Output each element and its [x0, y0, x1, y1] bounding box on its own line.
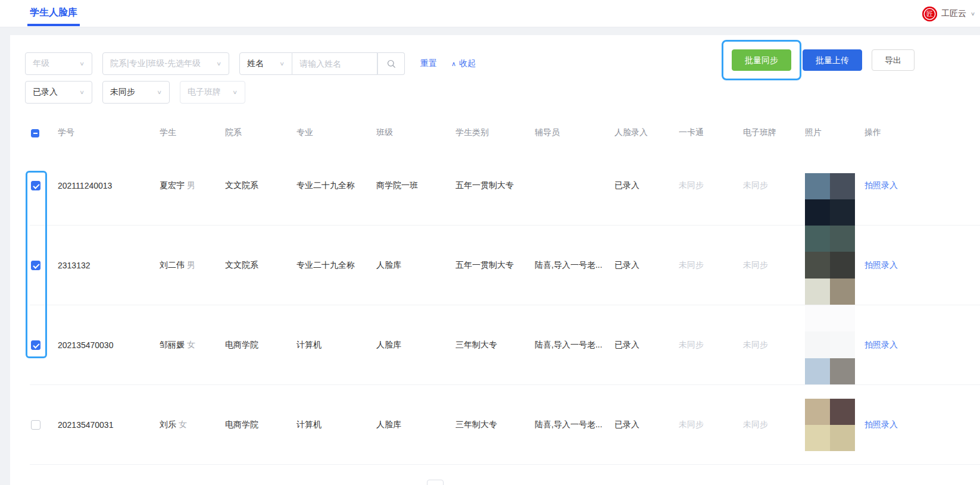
department-select-placeholder: 院系|专业|班级-先选年级 [110, 58, 201, 69]
photo-capture-link[interactable]: 拍照录入 [864, 420, 898, 429]
onecard-status: 未同步 [679, 420, 743, 430]
sync-status-select[interactable]: 未同步 ∨ [102, 81, 170, 104]
student-class: 人脸库 [376, 340, 455, 351]
eclass-board-select[interactable]: 电子班牌 ∨ [180, 81, 245, 104]
grade-select[interactable]: 年级 ∨ [25, 52, 92, 75]
batch-upload-button[interactable]: 批量上传 [803, 49, 862, 71]
sync-status-value: 未同步 [110, 87, 135, 98]
select-all-checkbox[interactable] [31, 129, 39, 137]
tab-active-underline [27, 24, 80, 26]
chevron-down-icon: ∨ [232, 89, 238, 96]
tab-label: 学生人脸库 [30, 7, 77, 17]
table-row: 202135470031 刘乐女 电商学院 计算机 人脸库 三年制大专 陆喜,导… [30, 385, 980, 465]
chevron-down-icon: ∨ [79, 61, 85, 67]
eclass-board-status: 未同步 [743, 340, 805, 351]
student-gender: 男 [187, 180, 195, 190]
tab-student-face-library[interactable]: 学生人脸库 [27, 0, 80, 27]
pagination-fragment[interactable] [427, 480, 444, 485]
col-header-class: 班级 [376, 127, 455, 138]
student-name-cell: 邹丽媛女 [160, 340, 225, 351]
department-select[interactable]: 院系|专业|班级-先选年级 ∨ [102, 52, 229, 75]
export-button[interactable]: 导出 [872, 49, 915, 71]
batch-sync-button[interactable]: 批量同步 [732, 49, 791, 71]
col-header-student-type: 学生类别 [455, 127, 535, 138]
eclass-board-status: 未同步 [743, 260, 805, 271]
student-table: 学号 学生 院系 专业 班级 学生类别 辅导员 人脸录入 一卡通 电子班牌 照片… [30, 119, 980, 465]
photo-capture-link[interactable]: 拍照录入 [864, 340, 898, 349]
table-row: 202135470030 邹丽媛女 电商学院 计算机 人脸库 三年制大专 陆喜,… [30, 305, 980, 385]
student-major: 计算机 [297, 340, 376, 351]
grade-select-placeholder: 年级 [33, 58, 49, 69]
student-dept: 电商学院 [225, 340, 297, 351]
photo-capture-link[interactable]: 拍照录入 [864, 260, 898, 270]
student-name-cell: 刘乐女 [160, 420, 225, 430]
student-name-cell: 夏宏宇男 [160, 180, 225, 191]
face-entry-status: 已录入 [614, 180, 679, 191]
chevron-down-icon: ∨ [216, 61, 221, 67]
onecard-status: 未同步 [679, 340, 743, 351]
brand-logo-icon: 匠 [922, 7, 937, 21]
col-header-student-id: 学号 [58, 127, 160, 138]
toolbar: 批量同步 批量上传 导出 [722, 40, 915, 80]
chevron-down-icon: ∨ [279, 61, 285, 67]
student-photo[interactable] [805, 173, 855, 226]
student-id: 202135470031 [58, 420, 160, 430]
col-header-student: 学生 [160, 127, 225, 138]
onecard-status: 未同步 [679, 260, 743, 271]
chevron-down-icon: ∨ [157, 89, 162, 96]
face-entry-status: 已录入 [614, 340, 679, 351]
onecard-status: 未同步 [679, 180, 743, 191]
student-type: 三年制大专 [455, 420, 535, 430]
student-major: 专业二十九全称 [297, 260, 376, 271]
student-major: 计算机 [297, 420, 376, 430]
chevron-down-icon: ∨ [970, 11, 975, 17]
face-entry-status-select[interactable]: 已录入 ∨ [25, 81, 92, 104]
search-icon [387, 60, 396, 68]
student-class: 人脸库 [376, 260, 455, 271]
student-id: 202111240013 [58, 181, 160, 190]
student-counselor: 陆喜,导入一号老... [535, 260, 614, 271]
student-class: 人脸库 [376, 420, 455, 430]
student-type: 三年制大专 [455, 340, 535, 351]
student-counselor: 陆喜,导入一号老... [535, 340, 614, 351]
user-name: 工匠云 [941, 8, 966, 19]
student-name-cell: 刘二伟男 [160, 260, 225, 271]
student-dept: 文文院系 [225, 260, 297, 271]
table-row: 202111240013 夏宏宇男 文文院系 专业二十九全称 商学院一班 五年一… [30, 146, 980, 226]
eclass-board-status: 未同步 [743, 180, 805, 191]
table-row: 2313132 刘二伟男 文文院系 专业二十九全称 人脸库 五年一贯制大专 陆喜… [30, 226, 980, 305]
student-photo[interactable] [805, 305, 855, 385]
student-gender: 女 [179, 420, 187, 429]
search-button[interactable] [377, 52, 405, 75]
collapse-link[interactable]: ∧ 收起 [451, 58, 476, 69]
name-input[interactable] [292, 52, 377, 75]
student-photo[interactable] [805, 399, 855, 451]
col-header-eclass-board: 电子班牌 [743, 127, 805, 138]
student-major: 专业二十九全称 [297, 180, 376, 191]
photo-capture-link[interactable]: 拍照录入 [864, 180, 898, 190]
student-photo[interactable] [805, 226, 855, 305]
student-counselor: 陆喜,导入一号老... [535, 420, 614, 430]
col-header-onecard: 一卡通 [679, 127, 743, 138]
row-checkbox[interactable] [31, 340, 40, 350]
content-card: 年级 ∨ 院系|专业|班级-先选年级 ∨ 姓名 ∨ 重置 ∧ 收起 [10, 35, 980, 485]
name-type-select[interactable]: 姓名 ∨ [239, 52, 292, 75]
row-checkbox[interactable] [31, 261, 40, 270]
filter-row-2: 已录入 ∨ 未同步 ∨ 电子班牌 ∨ [25, 81, 245, 104]
row-checkbox[interactable] [31, 181, 40, 190]
chevron-down-icon: ∨ [79, 89, 85, 96]
top-bar: 学生人脸库 匠 工匠云 ∨ [0, 0, 980, 27]
face-entry-status: 已录入 [614, 260, 679, 271]
student-dept: 文文院系 [225, 180, 297, 191]
filter-row-1: 年级 ∨ 院系|专业|班级-先选年级 ∨ 姓名 ∨ 重置 ∧ 收起 [25, 52, 476, 75]
user-menu[interactable]: 匠 工匠云 ∨ [922, 0, 975, 27]
student-type: 五年一贯制大专 [455, 180, 535, 191]
chevron-up-icon: ∧ [451, 60, 456, 68]
student-id: 202135470030 [58, 340, 160, 350]
col-header-actions: 操作 [864, 127, 942, 138]
row-checkbox[interactable] [31, 420, 40, 430]
student-class: 商学院一班 [376, 180, 455, 191]
face-entry-status-value: 已录入 [33, 87, 58, 98]
face-entry-status: 已录入 [614, 420, 679, 430]
reset-link[interactable]: 重置 [420, 58, 437, 69]
